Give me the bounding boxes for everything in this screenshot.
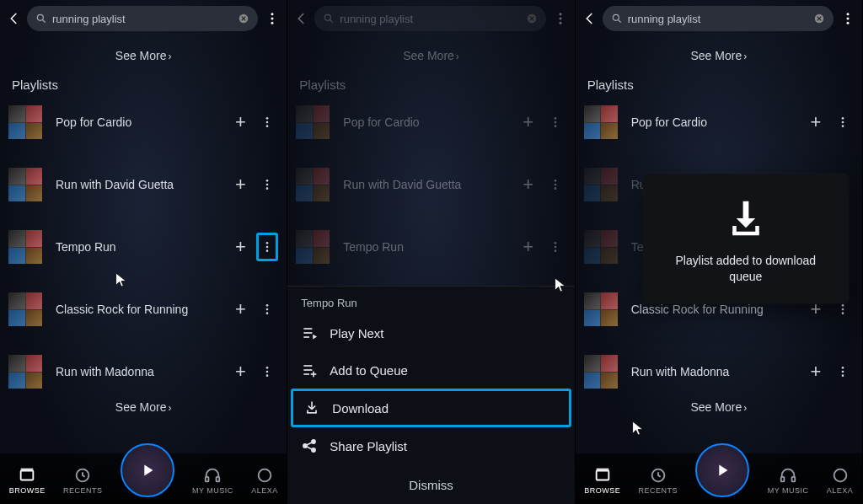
overflow-icon[interactable] [839, 11, 857, 26]
svg-point-60 [613, 14, 619, 20]
playlist-art [8, 292, 42, 326]
nav-alexa[interactable]: ALEXA [251, 466, 278, 495]
nav-mymusic[interactable]: MY MUSIC [768, 466, 809, 495]
back-icon[interactable] [5, 11, 24, 26]
download-toast: Playlist added to download queue [643, 174, 849, 303]
playlist-row[interactable]: Run with David Guetta + [0, 163, 287, 206]
add-icon: + [517, 233, 539, 261]
menu-download[interactable]: Download [291, 389, 571, 427]
now-playing-hub[interactable] [121, 443, 174, 497]
row-overflow-icon[interactable] [256, 295, 278, 324]
download-icon [303, 399, 320, 416]
add-icon[interactable]: + [805, 357, 827, 386]
playlist-row[interactable]: Tempo Run + [0, 225, 287, 269]
svg-point-4 [271, 18, 274, 20]
overflow-icon[interactable] [263, 11, 281, 26]
svg-rect-88 [742, 201, 748, 221]
search-box[interactable]: running playlist [27, 6, 258, 31]
chevron-right-icon: › [743, 51, 747, 62]
row-overflow-icon[interactable] [256, 233, 278, 261]
see-more-top[interactable]: See More› [287, 37, 574, 78]
see-more-top[interactable]: See More› [0, 37, 287, 78]
svg-point-76 [842, 308, 844, 311]
nav-browse[interactable]: BROWSE [9, 466, 46, 495]
svg-point-10 [266, 184, 269, 186]
playlist-row[interactable]: Pop for Cardio + [0, 100, 287, 144]
row-overflow-icon[interactable] [832, 108, 854, 137]
nav-recents[interactable]: RECENTS [63, 466, 103, 495]
playlist-title: Run with Madonna [56, 365, 229, 378]
row-overflow-icon[interactable] [256, 170, 278, 199]
clear-icon[interactable] [238, 13, 249, 24]
back-icon[interactable] [581, 11, 599, 26]
screen-1: running playlist See More› Playlists Pop… [0, 0, 287, 504]
add-icon[interactable]: + [805, 108, 827, 137]
clear-icon[interactable] [526, 13, 538, 24]
see-more-label: See More [690, 49, 742, 62]
back-icon[interactable] [292, 11, 311, 26]
menu-share[interactable]: Share Playlist [287, 427, 574, 464]
topbar: running playlist [0, 0, 287, 37]
playlist-row[interactable]: Pop for Cardio + [576, 100, 862, 144]
playlist-row[interactable]: Run with Madonna + [0, 350, 287, 394]
chevron-right-icon: › [169, 402, 172, 414]
row-overflow-icon[interactable] [256, 108, 278, 137]
add-icon[interactable]: + [229, 170, 251, 199]
svg-point-20 [266, 374, 269, 377]
see-more-bottom[interactable]: See More› [0, 394, 287, 429]
playlist-row[interactable]: Run with Madonna + [576, 350, 862, 394]
search-box[interactable]: running playlist [603, 6, 834, 31]
svg-point-9 [266, 180, 269, 182]
row-overflow-icon[interactable] [832, 357, 854, 386]
playlist-art [8, 230, 42, 264]
menu-label: Share Playlist [330, 439, 407, 453]
nav-label: ALEXA [827, 486, 854, 495]
row-overflow-icon[interactable] [256, 357, 278, 386]
playlist-title: Pop for Cardio [631, 115, 805, 129]
search-icon [323, 13, 335, 24]
see-more-label: See More [115, 49, 167, 62]
svg-rect-43 [304, 328, 313, 330]
add-icon[interactable]: + [229, 295, 251, 324]
search-box[interactable]: running playlist [314, 6, 545, 31]
see-more-bottom[interactable]: See More› [576, 394, 862, 429]
nav-browse[interactable]: BROWSE [584, 466, 620, 495]
nav-mymusic[interactable]: MY MUSIC [192, 466, 233, 495]
playlist-title: Classic Rock for Running [56, 303, 229, 316]
nav-alexa[interactable]: ALEXA [827, 466, 854, 495]
svg-marker-24 [144, 465, 153, 476]
screen-3: running playlist See More› Playlists Pop… [576, 0, 863, 504]
svg-point-6 [266, 117, 269, 120]
browse-icon [18, 466, 36, 485]
svg-point-3 [271, 13, 274, 15]
menu-dismiss[interactable]: Dismiss [287, 464, 574, 504]
overflow-icon[interactable] [551, 11, 570, 26]
svg-rect-49 [304, 373, 310, 375]
svg-point-80 [842, 374, 844, 377]
playlist-title: Run with Madonna [631, 365, 805, 378]
add-queue-icon [301, 362, 318, 378]
playlist-row[interactable]: Classic Rock for Running + [0, 287, 287, 331]
clear-icon[interactable] [813, 13, 825, 24]
add-icon[interactable]: + [229, 357, 251, 386]
svg-marker-46 [313, 335, 317, 340]
recents-icon [73, 466, 92, 485]
svg-rect-26 [217, 477, 220, 482]
svg-point-63 [846, 13, 849, 15]
nav-recents[interactable]: RECENTS [639, 466, 678, 495]
now-playing-hub[interactable] [695, 443, 749, 497]
menu-add-queue[interactable]: Add to Queue [287, 351, 574, 389]
nav-label: BROWSE [584, 486, 620, 495]
svg-point-8 [266, 125, 269, 127]
svg-point-12 [266, 242, 269, 244]
add-icon[interactable]: + [229, 233, 251, 261]
svg-line-59 [307, 447, 313, 449]
svg-rect-44 [304, 332, 313, 334]
chevron-right-icon: › [169, 51, 172, 62]
playlist-art [8, 105, 42, 139]
menu-play-next[interactable]: Play Next [287, 314, 574, 351]
add-icon[interactable]: + [229, 108, 251, 137]
svg-point-64 [846, 18, 849, 20]
see-more-top[interactable]: See More› [576, 37, 862, 78]
svg-marker-84 [720, 465, 728, 476]
